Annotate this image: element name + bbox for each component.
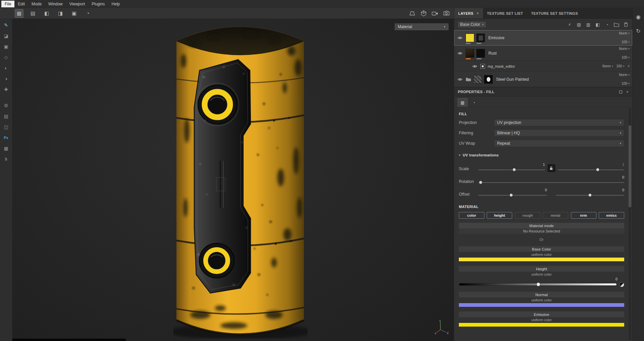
- opacity-dropdown[interactable]: 100▾: [616, 64, 624, 68]
- scale-x-slider[interactable]: 1: [478, 167, 545, 172]
- emissive-mode[interactable]: uniform color: [459, 317, 624, 323]
- uv-transformations-header[interactable]: ▾ UV transformations: [459, 153, 624, 157]
- polygon-fill-tool-icon[interactable]: ◇: [2, 53, 10, 62]
- channel-emiss-button[interactable]: emiss: [599, 212, 624, 219]
- layer-thumbnail[interactable]: [473, 75, 482, 84]
- menu-mode[interactable]: Mode: [28, 1, 45, 7]
- normal-mode[interactable]: uniform color: [459, 297, 624, 303]
- detach-panel-icon[interactable]: [619, 90, 622, 93]
- symmetry-y-icon[interactable]: ◨: [56, 9, 65, 18]
- symmetry-x-icon[interactable]: ◧: [42, 9, 51, 18]
- layer-row-steel-gun-painted[interactable]: Steel Gun Painted Norm▾ 100▾: [454, 72, 632, 87]
- tab-layers[interactable]: LAYERS ×: [454, 8, 483, 18]
- viewport-3d[interactable]: Material ▾: [12, 19, 454, 341]
- base-color-mode[interactable]: uniform color: [459, 252, 624, 257]
- menu-help[interactable]: Help: [108, 1, 123, 7]
- layer-row-mask-editor[interactable]: mg_mask_editor Norm▾ 100▾ ×: [454, 61, 632, 72]
- layer-mask-thumbnail[interactable]: [476, 49, 485, 58]
- material-mode-box[interactable]: Material mode No Resource Selected: [459, 223, 624, 234]
- layer-row-emissive[interactable]: Emissive Norm▾ 100▾: [454, 30, 632, 46]
- channel-rough-button[interactable]: rough: [515, 212, 540, 219]
- scrollbar-thumb[interactable]: [629, 125, 631, 207]
- mirror-tool-icon[interactable]: ◫: [2, 123, 10, 131]
- clone-tool-icon[interactable]: ◑: [2, 74, 10, 83]
- height-slider[interactable]: [459, 282, 624, 287]
- visibility-eye-icon[interactable]: [456, 78, 464, 81]
- blend-mode-dropdown[interactable]: Norm▾: [619, 31, 630, 35]
- height-mode[interactable]: uniform color: [459, 272, 624, 277]
- straighten-tool-icon[interactable]: ▤: [2, 112, 10, 121]
- offset-y-slider[interactable]: 0: [556, 193, 625, 197]
- channel-metal-button[interactable]: metal: [543, 212, 568, 219]
- opacity-dropdown[interactable]: 100▾: [622, 40, 630, 44]
- blend-mode-dropdown[interactable]: Norm▾: [602, 64, 613, 68]
- layer-name[interactable]: Emissive: [488, 36, 504, 40]
- shading-mode-dropdown[interactable]: Material ▾: [395, 23, 448, 30]
- channel-nrm-button[interactable]: nrm: [571, 212, 596, 219]
- menu-viewport[interactable]: Viewport: [66, 1, 88, 7]
- navigation-gizmo[interactable]: Y x Z: [434, 320, 450, 335]
- close-icon[interactable]: ×: [476, 11, 479, 16]
- paint-brush-tool-icon[interactable]: ✎: [2, 21, 10, 29]
- tab-display-properties[interactable]: ◔: [469, 98, 479, 107]
- tab-material-properties[interactable]: ▦: [458, 98, 468, 107]
- layer-thumbnail[interactable]: [466, 33, 474, 42]
- add-fill-layer-icon[interactable]: ▤: [576, 21, 582, 27]
- video-camera-icon[interactable]: [431, 9, 439, 17]
- layer-row-rust[interactable]: Rust Norm▾ 100▾: [454, 46, 632, 61]
- eraser-tool-icon[interactable]: ◪: [2, 31, 10, 40]
- layer-thumbnail[interactable]: [466, 49, 474, 58]
- normal-swatch[interactable]: [459, 303, 624, 307]
- display-settings-icon[interactable]: ◉: [634, 13, 642, 21]
- photo-camera-icon[interactable]: [442, 9, 450, 17]
- add-generator-icon[interactable]: ◔: [604, 21, 610, 27]
- filtering-dropdown[interactable]: Bilinear | HQ ▾: [494, 129, 624, 137]
- uv-wrap-dropdown[interactable]: Repeat ▾: [494, 140, 624, 147]
- blend-mode-dropdown[interactable]: Norm▾: [619, 47, 630, 51]
- projection-dropdown[interactable]: UV projection ▾: [494, 119, 624, 126]
- layer-name[interactable]: mg_mask_editor: [488, 64, 515, 68]
- delete-layer-icon[interactable]: [623, 21, 629, 27]
- height-slider-handle[interactable]: [536, 282, 540, 286]
- menu-plugins[interactable]: Plugins: [88, 1, 108, 7]
- history-icon[interactable]: ↻: [634, 27, 642, 35]
- add-effect-icon[interactable]: ⚡: [567, 21, 573, 27]
- model-3d-cylinder[interactable]: [173, 20, 308, 338]
- layer-mask-thumbnail[interactable]: [484, 75, 493, 84]
- menu-edit[interactable]: Edit: [14, 1, 28, 7]
- opacity-dropdown[interactable]: 100▾: [622, 56, 630, 59]
- emissive-swatch[interactable]: [459, 323, 624, 327]
- remove-effect-icon[interactable]: ×: [628, 64, 630, 68]
- menu-file[interactable]: File: [1, 1, 14, 7]
- blend-mode-dropdown[interactable]: Norm▾: [619, 73, 630, 77]
- visibility-eye-icon[interactable]: [456, 36, 464, 40]
- height-gradient-button[interactable]: [619, 282, 624, 287]
- settings-gear-icon[interactable]: ⚙: [2, 101, 10, 110]
- layer-mask-thumbnail[interactable]: [476, 33, 485, 42]
- channel-filter-dropdown[interactable]: Base Color ▾: [458, 21, 486, 28]
- material-picker-tool-icon[interactable]: ✚: [2, 85, 10, 94]
- layer-name[interactable]: Rust: [488, 51, 497, 56]
- channel-height-button[interactable]: height: [487, 212, 512, 219]
- rotation-slider[interactable]: 0: [478, 180, 624, 185]
- lock-ratio-button[interactable]: [548, 164, 555, 172]
- add-view-icon[interactable]: ▣: [70, 9, 78, 18]
- perspective-view-icon[interactable]: [408, 9, 416, 17]
- base-color-swatch[interactable]: [459, 258, 624, 261]
- close-icon[interactable]: ×: [626, 90, 629, 94]
- properties-scrollbar[interactable]: [629, 108, 631, 340]
- opacity-dropdown[interactable]: 100▾: [622, 82, 630, 85]
- cube-view-icon[interactable]: [420, 9, 428, 17]
- offset-x-slider[interactable]: 0: [478, 193, 547, 197]
- projection-tool-icon[interactable]: ▣: [2, 42, 10, 51]
- image-export-icon[interactable]: ▦: [2, 144, 10, 153]
- smudge-tool-icon[interactable]: ◐: [2, 64, 10, 72]
- add-paint-layer-icon[interactable]: ▥: [585, 21, 591, 27]
- tab-texture-set-list[interactable]: TEXTURE SET LIST: [483, 8, 527, 18]
- tab-texture-set-settings[interactable]: TEXTURE SET SETTINGS: [527, 8, 582, 18]
- photoshop-plugin-icon[interactable]: Ps: [2, 133, 10, 142]
- grid-layout-icon[interactable]: ▤: [29, 9, 37, 18]
- substance-share-icon[interactable]: S: [2, 155, 10, 163]
- add-smart-material-icon[interactable]: ◧: [595, 21, 601, 27]
- visibility-eye-icon[interactable]: [471, 65, 478, 68]
